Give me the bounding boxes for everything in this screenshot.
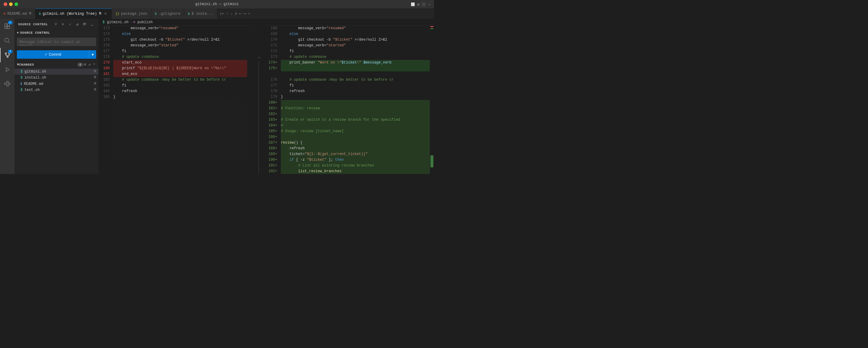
rcode-172: fi (281, 48, 430, 54)
svg-rect-0 (5, 24, 7, 26)
refresh-icon[interactable]: ↺ (74, 22, 81, 27)
scrollbar-empty (430, 30, 434, 155)
activity-search[interactable] (0, 33, 14, 48)
activity-explorer[interactable]: 1 (0, 19, 14, 33)
overflow-icon[interactable]: … (89, 22, 95, 27)
rcode-174: print_banner "Work on \"$ticket\" $messa… (281, 60, 430, 66)
code-line-180: printf "${BLUE}%s${NC} | ${GREEN}Work on… (113, 66, 247, 71)
left-line-numbers: 173 174 175 176 177 178 179 180 181 182 … (99, 26, 112, 174)
code-line-175: git checkout -b "$ticket" >/dev/null 2>&… (113, 37, 247, 43)
svg-point-4 (5, 38, 9, 42)
check-icon[interactable]: ✓ (67, 22, 73, 27)
explorer-badge: 1 (8, 21, 13, 24)
activity-scm[interactable]: 4 (0, 48, 14, 62)
rcode-183: # Create or switch to a review branch fo… (281, 117, 430, 123)
overflow-icon2: ↩ ↑ ↓ ⌿ ⟵ ⟶ ⋯ (222, 11, 250, 16)
breadcrumb-function[interactable]: ⊙ publish (133, 20, 153, 24)
more-icon[interactable]: ⋯ (428, 2, 430, 6)
code-line-181: end_eco (113, 71, 247, 77)
commit-input-area (14, 36, 98, 49)
rcode-empty (281, 71, 430, 77)
code-line-182: # update codebase /may be better to be b… (113, 77, 247, 83)
right-editor-content: 168 169 170 171 172 173 174+ 175+ 176 17… (267, 26, 434, 174)
list-icon[interactable]: ≡ (60, 22, 66, 27)
discard-icon[interactable]: ↺ (88, 62, 92, 67)
right-scrollbar-indicators[interactable] (430, 26, 434, 174)
changes-section: ▼ Changes 4 ⊞ ↺ + $ gitmini.sh ⊞ ↺ + M (14, 61, 98, 174)
file-item-gitmini[interactable]: $ gitmini.sh ⊞ ↺ + M (14, 69, 98, 75)
scm-section-title: SOURCE CONTROL (20, 31, 50, 35)
file-item-test[interactable]: $ test.sh M (14, 87, 98, 93)
right-code-lines: message_verb="resumed" else git checkout… (280, 26, 430, 174)
left-editor-content: 173 174 175 176 177 178 179 180 181 182 … (99, 26, 251, 174)
rcode-186 (281, 134, 430, 140)
file-item-readme[interactable]: ℹ README.md M (14, 81, 98, 87)
overflow-icon: ⟩ (220, 11, 222, 16)
file-item-install[interactable]: $ install.sh M (14, 75, 98, 81)
commit-button[interactable]: ✓ Commit (17, 50, 89, 59)
svg-line-5 (8, 41, 10, 43)
layout-icon[interactable]: ⬜ (411, 2, 415, 6)
tab-package-label: package.json (121, 12, 147, 16)
gitmini-status: M (94, 70, 96, 74)
added-indicator-2 (430, 155, 433, 167)
svg-rect-3 (7, 27, 10, 29)
gitmini-tab-icon: $ (39, 12, 41, 16)
maximize-button[interactable] (14, 2, 18, 6)
commit-button-row: ✓ Commit ▾ (14, 49, 98, 61)
tab-readme[interactable]: M README.md M (0, 8, 35, 19)
tab-install[interactable]: $ $ insta... (184, 8, 217, 19)
readme-tab-icon: M (4, 12, 6, 16)
changes-title: Changes (19, 63, 78, 67)
scm-section-header[interactable]: ▼ SOURCE CONTROL (14, 30, 98, 36)
svg-rect-2 (5, 27, 7, 29)
branch-icon[interactable]: ⑂ (53, 22, 59, 27)
rcode-181: # Function: review (281, 106, 430, 111)
stage-all-icon[interactable]: + (92, 62, 96, 67)
scm-badge: 4 (8, 50, 13, 53)
tab-package[interactable]: {} package.json (112, 8, 151, 19)
right-breadcrumb (267, 19, 434, 26)
tab-readme-label: README.md M (7, 12, 31, 16)
svg-point-6 (5, 53, 7, 54)
sync-icon[interactable]: ⟳ (82, 22, 88, 27)
panel-icon[interactable]: ⬛ (422, 2, 426, 6)
rcode-192: list_review_branches (281, 169, 430, 174)
code-line-183: fi (113, 83, 247, 89)
install-status: M (94, 76, 96, 80)
changes-action-icons: ⊞ ↺ + (83, 62, 96, 67)
changes-chevron: ▼ (17, 63, 19, 67)
rcode-168: message_verb="resumed" (281, 26, 430, 31)
left-scrollbar[interactable] (247, 26, 251, 174)
commit-message-input[interactable] (17, 38, 96, 46)
code-line-174: else (113, 31, 247, 37)
rcode-170: git checkout -b "$ticket" >/dev/null 2>&… (281, 37, 430, 43)
breadcrumb-file[interactable]: $ gitmini.sh (102, 20, 128, 24)
tab-overflow[interactable]: ⟩ ↩ ↑ ↓ ⌿ ⟵ ⟶ ⋯ (217, 8, 253, 19)
install-file-icon: $ (21, 76, 23, 80)
rcode-176: # update codebase /may be better to be b… (281, 77, 430, 83)
right-editor-pane: 168 169 170 171 172 173 174+ 175+ 176 17… (267, 19, 434, 174)
svg-rect-15 (7, 81, 8, 83)
tab-gitmini[interactable]: $ gitmini.sh (Working Tree) M × (35, 8, 112, 19)
tab-gitignore[interactable]: $ .gitignore (151, 8, 184, 19)
close-button[interactable] (4, 2, 7, 6)
tab-gitmini-close[interactable]: × (103, 11, 108, 16)
left-breadcrumb: $ gitmini.sh › ⊙ publish (99, 19, 251, 26)
added-indicator-1 (430, 28, 433, 29)
svg-line-12 (7, 56, 9, 56)
activity-bar: 1 4 (0, 19, 14, 174)
activity-extensions[interactable] (0, 77, 14, 91)
minimize-button[interactable] (9, 2, 13, 6)
rcode-169: else (281, 31, 430, 37)
open-changes-icon[interactable]: ⊞ (83, 62, 87, 67)
activity-debug[interactable] (0, 62, 14, 77)
test-file-icon: $ (21, 88, 23, 92)
tab-install-label: $ insta... (192, 12, 213, 16)
sidebar-icon[interactable]: ▤ (417, 2, 420, 6)
commit-dropdown-button[interactable]: ▾ (89, 50, 96, 59)
check-icon: ✓ (44, 53, 48, 57)
changes-header[interactable]: ▼ Changes 4 ⊞ ↺ + (14, 61, 98, 69)
test-status: M (94, 88, 96, 92)
traffic-lights (4, 2, 18, 6)
